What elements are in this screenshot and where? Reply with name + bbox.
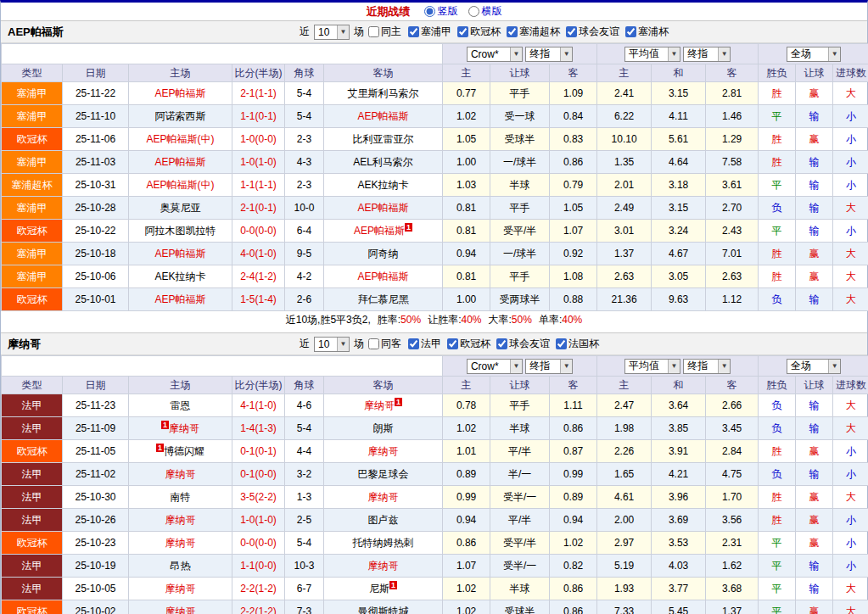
team-link[interactable]: 艾里斯利马索尔 bbox=[348, 87, 419, 99]
checkbox[interactable] bbox=[408, 338, 419, 349]
score-cell[interactable]: 2-1(1-1) bbox=[232, 82, 285, 105]
score-cell[interactable]: 1-1(1-1) bbox=[232, 174, 285, 197]
score-cell[interactable]: 3-5(2-2) bbox=[232, 486, 285, 509]
score-cell[interactable]: 2-1(0-1) bbox=[232, 197, 285, 220]
league-filter-checkbox[interactable]: 欧冠杯 bbox=[447, 337, 490, 351]
scope-select[interactable]: 全场▼ bbox=[787, 359, 841, 374]
team-link[interactable]: 摩纳哥 bbox=[165, 537, 196, 549]
team-link[interactable]: 托特纳姆热刺 bbox=[353, 537, 414, 549]
team-link[interactable]: AEK拉纳卡 bbox=[154, 271, 205, 282]
league-cell[interactable]: 法甲 bbox=[2, 394, 63, 417]
league-cell[interactable]: 法甲 bbox=[2, 578, 63, 600]
score-cell[interactable]: 2-2(1-2) bbox=[232, 578, 285, 600]
layout-radio-option[interactable]: 横版 bbox=[468, 4, 502, 19]
odds-final-select[interactable]: 终指▼ bbox=[525, 359, 573, 374]
league-cell[interactable]: 欧冠杯 bbox=[2, 288, 63, 311]
league-cell[interactable]: 塞浦甲 bbox=[2, 265, 63, 288]
league-filter-checkbox[interactable]: 法甲 bbox=[408, 337, 441, 351]
team-link[interactable]: 阿拉木图凯拉特 bbox=[145, 225, 216, 237]
same-venue-checkbox[interactable]: 同客 bbox=[368, 337, 401, 351]
score-cell[interactable]: 0-1(0-1) bbox=[232, 440, 285, 463]
score-cell[interactable]: 2-2(1-2) bbox=[232, 600, 285, 614]
match-count-select[interactable]: 10▼ bbox=[314, 337, 350, 352]
score-cell[interactable]: 4-1(1-0) bbox=[232, 394, 285, 417]
league-filter-checkbox[interactable]: 法国杯 bbox=[556, 337, 599, 351]
score-cell[interactable]: 0-0(0-0) bbox=[232, 220, 285, 243]
league-cell[interactable]: 欧冠杯 bbox=[2, 220, 63, 243]
league-cell[interactable]: 法甲 bbox=[2, 417, 63, 440]
league-cell[interactable]: 法甲 bbox=[2, 555, 63, 578]
team-link[interactable]: 摩纳哥 bbox=[165, 606, 196, 614]
score-cell[interactable]: 1-5(1-4) bbox=[232, 288, 285, 311]
team-link[interactable]: AEP帕福斯 bbox=[354, 225, 405, 237]
league-cell[interactable]: 法甲 bbox=[2, 486, 63, 509]
team-link[interactable]: 阿诺索西斯 bbox=[155, 110, 206, 122]
league-cell[interactable]: 塞浦甲 bbox=[2, 82, 63, 105]
score-cell[interactable]: 1-0(1-0) bbox=[232, 509, 285, 532]
checkbox[interactable] bbox=[507, 26, 518, 37]
league-cell[interactable]: 法甲 bbox=[2, 509, 63, 532]
league-filter-checkbox[interactable]: 塞浦杯 bbox=[625, 25, 669, 39]
score-cell[interactable]: 0-0(0-0) bbox=[232, 532, 285, 555]
team-link[interactable]: 摩纳哥 bbox=[165, 514, 196, 526]
team-link[interactable]: 拜仁慕尼黑 bbox=[358, 293, 409, 305]
avg-source-select[interactable]: 平均值▼ bbox=[624, 359, 680, 374]
avg-final-select[interactable]: 终指▼ bbox=[683, 359, 731, 374]
odds-source-select[interactable]: Crow*▼ bbox=[467, 359, 523, 374]
league-filter-checkbox[interactable]: 球会友谊 bbox=[566, 25, 619, 39]
team-link[interactable]: 摩纳哥 bbox=[368, 560, 399, 572]
team-link[interactable]: 朗斯 bbox=[373, 422, 394, 434]
score-cell[interactable]: 1-0(0-0) bbox=[232, 128, 285, 151]
avg-final-select[interactable]: 终指▼ bbox=[683, 47, 731, 62]
checkbox[interactable] bbox=[447, 338, 458, 349]
team-link[interactable]: AEP帕福斯 bbox=[358, 110, 409, 122]
team-link[interactable]: 南特 bbox=[171, 491, 191, 503]
same-venue-checkbox[interactable]: 同主 bbox=[368, 25, 401, 39]
score-cell[interactable]: 1-1(0-1) bbox=[232, 105, 285, 128]
team-link[interactable]: 图卢兹 bbox=[368, 514, 399, 526]
checkbox[interactable] bbox=[625, 26, 636, 37]
team-link[interactable]: 摩纳哥 bbox=[364, 399, 395, 411]
league-cell[interactable]: 欧冠杯 bbox=[2, 532, 63, 555]
team-link[interactable]: AEP帕福斯(中) bbox=[146, 133, 214, 145]
score-cell[interactable]: 1-4(1-3) bbox=[232, 417, 285, 440]
team-link[interactable]: 博德闪耀 bbox=[164, 445, 204, 457]
checkbox[interactable] bbox=[408, 26, 419, 37]
odds-source-select[interactable]: Crow*▼ bbox=[467, 47, 523, 62]
team-link[interactable]: 摩纳哥 bbox=[165, 583, 196, 594]
league-filter-checkbox[interactable]: 球会友谊 bbox=[496, 337, 550, 351]
radio-button[interactable] bbox=[468, 6, 479, 17]
team-link[interactable]: 摩纳哥 bbox=[368, 491, 399, 503]
league-cell[interactable]: 塞浦甲 bbox=[2, 243, 63, 265]
checkbox[interactable] bbox=[556, 338, 567, 349]
league-cell[interactable]: 塞浦超杯 bbox=[2, 174, 63, 197]
league-cell[interactable]: 法甲 bbox=[2, 463, 63, 486]
checkbox[interactable] bbox=[496, 338, 507, 349]
league-cell[interactable]: 塞浦甲 bbox=[2, 151, 63, 174]
team-link[interactable]: AEP帕福斯 bbox=[154, 87, 205, 99]
scope-select[interactable]: 全场▼ bbox=[787, 47, 841, 62]
team-link[interactable]: 奥莫尼亚 bbox=[160, 202, 201, 214]
score-cell[interactable]: 2-4(1-2) bbox=[232, 265, 285, 288]
team-link[interactable]: 摩纳哥 bbox=[368, 445, 399, 457]
league-filter-checkbox[interactable]: 塞浦超杯 bbox=[507, 25, 560, 39]
score-cell[interactable]: 0-1(0-0) bbox=[232, 463, 285, 486]
match-count-select[interactable]: 10▼ bbox=[314, 25, 350, 40]
team-link[interactable]: AEP帕福斯 bbox=[154, 293, 205, 305]
team-link[interactable]: AEP帕福斯 bbox=[154, 156, 205, 168]
league-filter-checkbox[interactable]: 欧冠杯 bbox=[457, 25, 501, 39]
team-link[interactable]: AEL利马索尔 bbox=[353, 156, 413, 168]
score-cell[interactable]: 1-1(0-0) bbox=[232, 555, 285, 578]
league-cell[interactable]: 欧冠杯 bbox=[2, 600, 63, 614]
league-cell[interactable]: 欧冠杯 bbox=[2, 440, 63, 463]
league-cell[interactable]: 塞浦甲 bbox=[2, 197, 63, 220]
team-link[interactable]: 摩纳哥 bbox=[165, 468, 196, 480]
team-link[interactable]: AEP帕福斯 bbox=[154, 248, 205, 260]
league-cell[interactable]: 塞浦甲 bbox=[2, 105, 63, 128]
team-link[interactable]: 比利亚雷亚尔 bbox=[353, 133, 414, 145]
team-link[interactable]: AEP帕福斯(中) bbox=[146, 179, 214, 191]
team-link[interactable]: 摩纳哥 bbox=[169, 422, 199, 434]
team-link[interactable]: 昂热 bbox=[171, 560, 191, 572]
team-link[interactable]: 曼彻斯特城 bbox=[358, 606, 409, 614]
team-link[interactable]: AEP帕福斯 bbox=[358, 202, 409, 214]
